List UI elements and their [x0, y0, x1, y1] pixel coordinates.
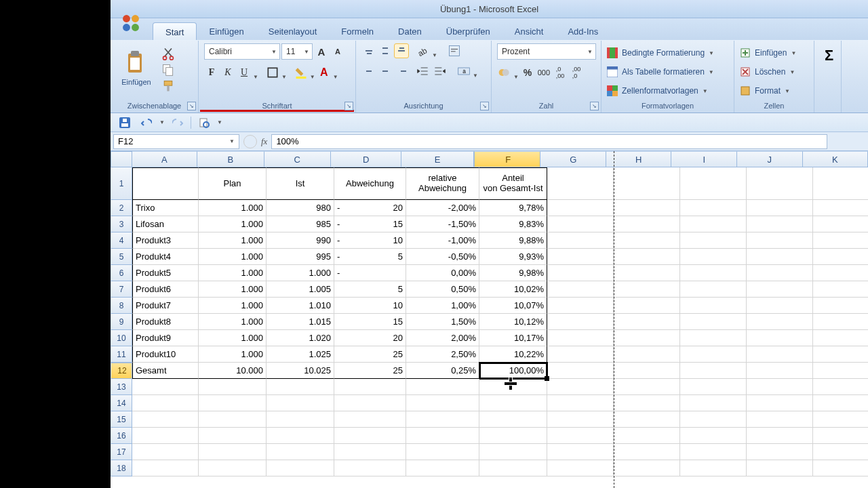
- cell-A14[interactable]: [132, 395, 199, 411]
- cell-D1[interactable]: Abweichung: [334, 167, 406, 200]
- cell-F2[interactable]: 9,78%: [479, 200, 547, 216]
- cell-G12[interactable]: [547, 363, 614, 379]
- cell-A3[interactable]: Lifosan: [132, 216, 199, 232]
- cell-G17[interactable]: [547, 444, 614, 460]
- tab-start[interactable]: Start: [153, 22, 197, 40]
- cell-A1[interactable]: [132, 167, 199, 200]
- cell-A2[interactable]: Trixo: [132, 200, 199, 216]
- cell-C6[interactable]: 1.000: [267, 265, 334, 281]
- conditional-formatting-button[interactable]: Bedingte Formatierung▼: [607, 45, 714, 61]
- insert-function-button[interactable]: [243, 135, 257, 148]
- cell-G2[interactable]: [547, 200, 614, 216]
- tab-daten[interactable]: Daten: [386, 22, 434, 40]
- number-launcher[interactable]: ↘: [590, 102, 599, 110]
- row-header-13[interactable]: 13: [111, 379, 132, 395]
- cell-K4[interactable]: [813, 232, 868, 249]
- font-name-select[interactable]: Calibri▼: [204, 43, 280, 60]
- percent-format-button[interactable]: %: [520, 65, 535, 80]
- font-size-select[interactable]: 11▼: [281, 43, 313, 60]
- cell-J17[interactable]: [747, 444, 813, 460]
- cell-K3[interactable]: [813, 216, 868, 232]
- cell-K7[interactable]: [813, 281, 868, 298]
- cell-B6[interactable]: 1.000: [199, 265, 267, 281]
- paste-button[interactable]: Einfügen: [116, 43, 157, 94]
- border-button[interactable]: [265, 65, 280, 80]
- cell-C9[interactable]: 1.015: [267, 314, 334, 330]
- cell-K8[interactable]: [813, 298, 868, 314]
- cell-C10[interactable]: 1.020: [267, 330, 334, 346]
- cell-B2[interactable]: 1.000: [199, 200, 267, 216]
- cell-F12[interactable]: 100,00%: [479, 363, 547, 379]
- cell-F6[interactable]: 9,98%: [479, 265, 547, 281]
- cell-F5[interactable]: 9,93%: [479, 249, 547, 265]
- cell-J2[interactable]: [747, 200, 813, 216]
- cell-H11[interactable]: [614, 346, 680, 363]
- redo-button[interactable]: [169, 117, 186, 129]
- cell-J11[interactable]: [747, 346, 813, 363]
- merge-center-button[interactable]: a: [456, 64, 471, 79]
- cell-E18[interactable]: [406, 460, 479, 476]
- col-header-E[interactable]: E: [401, 151, 473, 167]
- cell-G5[interactable]: [547, 249, 614, 265]
- cell-E1[interactable]: relativeAbweichung: [406, 167, 479, 200]
- cell-I2[interactable]: [680, 200, 747, 216]
- col-header-I[interactable]: I: [671, 151, 737, 167]
- cell-K14[interactable]: [813, 395, 868, 411]
- cell-B17[interactable]: [199, 444, 267, 460]
- cell-K9[interactable]: [813, 314, 868, 330]
- row-header-18[interactable]: 18: [111, 460, 132, 476]
- cell-B13[interactable]: [199, 379, 267, 395]
- row-header-11[interactable]: 11: [111, 346, 132, 363]
- fill-handle[interactable]: [545, 376, 549, 381]
- cell-E9[interactable]: 1,50%: [406, 314, 479, 330]
- cell-A9[interactable]: Produkt8: [132, 314, 199, 330]
- cell-B7[interactable]: 1.000: [199, 281, 267, 298]
- cell-G18[interactable]: [547, 460, 614, 476]
- office-button[interactable]: [116, 8, 146, 38]
- cell-G13[interactable]: [547, 379, 614, 395]
- cell-F8[interactable]: 10,07%: [479, 298, 547, 314]
- cell-F10[interactable]: 10,17%: [479, 330, 547, 346]
- cell-J6[interactable]: [747, 265, 813, 281]
- cell-A4[interactable]: Produkt3: [132, 232, 199, 249]
- comma-format-button[interactable]: 000: [536, 65, 551, 80]
- cell-H13[interactable]: [614, 379, 680, 395]
- tab-formeln[interactable]: Formeln: [329, 22, 386, 40]
- format-cells-button[interactable]: Format▼: [740, 83, 790, 99]
- cell-G1[interactable]: [547, 167, 614, 200]
- cell-K16[interactable]: [813, 428, 868, 444]
- row-header-6[interactable]: 6: [111, 265, 132, 281]
- cell-G8[interactable]: [547, 298, 614, 314]
- cell-E15[interactable]: [406, 411, 479, 428]
- cell-J18[interactable]: [747, 460, 813, 476]
- cell-A16[interactable]: [132, 428, 199, 444]
- cell-J5[interactable]: [747, 249, 813, 265]
- cell-K5[interactable]: [813, 249, 868, 265]
- formula-input[interactable]: 100%: [271, 134, 827, 149]
- cell-J16[interactable]: [747, 428, 813, 444]
- cell-B8[interactable]: 1.000: [199, 298, 267, 314]
- cell-B14[interactable]: [199, 395, 267, 411]
- cell-E16[interactable]: [406, 428, 479, 444]
- font-launcher[interactable]: ↘: [344, 102, 353, 110]
- cell-G15[interactable]: [547, 411, 614, 428]
- cell-B4[interactable]: 1.000: [199, 232, 267, 249]
- cell-H3[interactable]: [614, 216, 680, 232]
- cell-I11[interactable]: [680, 346, 747, 363]
- cell-C3[interactable]: 985: [267, 216, 334, 232]
- cell-I14[interactable]: [680, 395, 747, 411]
- cell-C8[interactable]: 1.010: [267, 298, 334, 314]
- cell-H17[interactable]: [614, 444, 680, 460]
- cell-D10[interactable]: 20: [334, 330, 406, 346]
- cell-I18[interactable]: [680, 460, 747, 476]
- cell-H8[interactable]: [614, 298, 680, 314]
- cell-J3[interactable]: [747, 216, 813, 232]
- cell-F17[interactable]: [479, 444, 547, 460]
- row-header-15[interactable]: 15: [111, 411, 132, 428]
- cell-I7[interactable]: [680, 281, 747, 298]
- cell-B18[interactable]: [199, 460, 267, 476]
- row-header-5[interactable]: 5: [111, 249, 132, 265]
- cell-D7[interactable]: 5: [334, 281, 406, 298]
- cell-H16[interactable]: [614, 428, 680, 444]
- cell-C13[interactable]: [267, 379, 334, 395]
